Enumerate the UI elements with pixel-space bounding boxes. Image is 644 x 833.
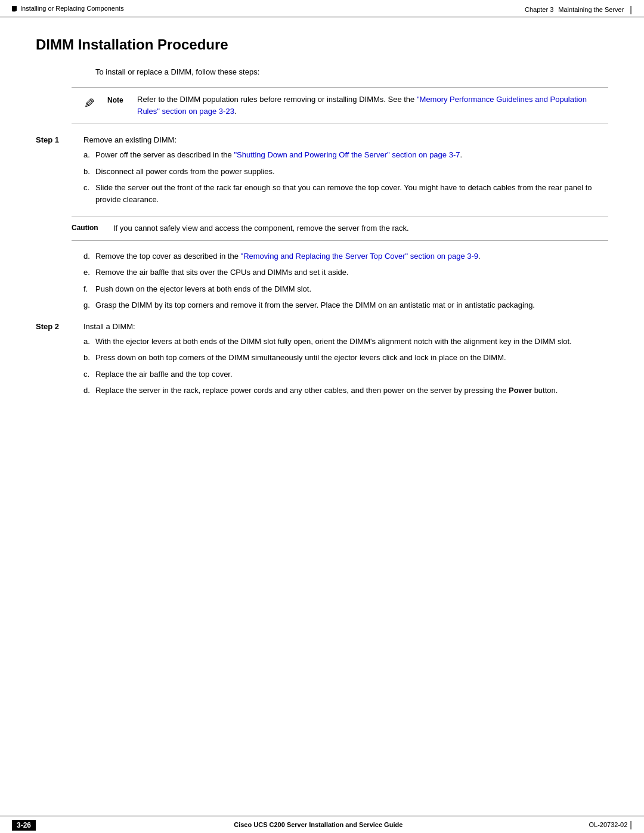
step2b: b. Press down on both top corners of the… bbox=[83, 352, 608, 364]
step1-block: Step 1 Remove an existing DIMM: a. Power… bbox=[36, 135, 608, 205]
header-section-label: ■ Installing or Replacing Components bbox=[12, 5, 124, 12]
step1a-content: Power off the server as described in the… bbox=[95, 149, 608, 161]
step2-block: Step 2 Install a DIMM: a. With the eject… bbox=[36, 322, 608, 397]
footer-page-number-box: 3-26 bbox=[12, 820, 48, 829]
header-square-icon: ■ bbox=[12, 6, 17, 11]
note-box: ✎ Note Refer to the DIMM population rule… bbox=[72, 87, 608, 123]
step1-substeps: a. Power off the server as described in … bbox=[83, 149, 608, 205]
step2d-label: d. bbox=[83, 385, 95, 397]
note-label: Note bbox=[107, 94, 137, 104]
step1a-label: a. bbox=[83, 149, 95, 161]
caution-label: Caution bbox=[72, 222, 113, 232]
step1e-label: e. bbox=[83, 267, 95, 278]
step1b-content: Disconnect all power cords from the powe… bbox=[95, 166, 608, 178]
step1c-label: c. bbox=[83, 182, 95, 194]
step1a: a. Power off the server as described in … bbox=[83, 149, 608, 161]
step2a: a. With the ejector levers at both ends … bbox=[83, 336, 608, 348]
step1b: b. Disconnect all power cords from the p… bbox=[83, 166, 608, 178]
step1g-content: Grasp the DIMM by its top corners and re… bbox=[95, 299, 608, 311]
page-title: DIMM Installation Procedure bbox=[36, 36, 608, 53]
note-icon-column: ✎ bbox=[72, 94, 107, 112]
main-content: DIMM Installation Procedure To install o… bbox=[0, 18, 644, 455]
step2c: c. Replace the air baffle and the top co… bbox=[83, 368, 608, 380]
step1d-link[interactable]: "Removing and Replacing the Server Top C… bbox=[241, 252, 479, 261]
pencil-icon: ✎ bbox=[84, 96, 95, 112]
step2-header: Step 2 Install a DIMM: bbox=[36, 322, 608, 331]
note-content: Refer to the DIMM population rules befor… bbox=[137, 94, 608, 117]
step1f: f. Push down on the ejector levers at bo… bbox=[83, 283, 608, 295]
step2a-label: a. bbox=[83, 336, 95, 348]
step1-header: Step 1 Remove an existing DIMM: bbox=[36, 135, 608, 144]
step2b-label: b. bbox=[83, 352, 95, 364]
step1a-link[interactable]: "Shutting Down and Powering Off the Serv… bbox=[234, 150, 460, 159]
page-number: 3-26 bbox=[12, 820, 36, 831]
footer-center-text: Cisco UCS C200 Server Installation and S… bbox=[48, 821, 589, 828]
step1-description: Remove an existing DIMM: bbox=[83, 135, 177, 144]
header-chapter-info: Chapter 3 Maintaining the Server | bbox=[525, 5, 632, 14]
page-header: ■ Installing or Replacing Components Cha… bbox=[0, 0, 644, 17]
step1d-content: Remove the top cover as described in the… bbox=[95, 250, 608, 262]
step1d-label: d. bbox=[83, 250, 95, 262]
caution-content: If you cannot safely view and access the… bbox=[113, 222, 608, 234]
step1f-content: Push down on the ejector levers at both … bbox=[95, 283, 608, 295]
step1-continued-substeps: d. Remove the top cover as described in … bbox=[83, 250, 608, 311]
step1c: c. Slide the server out the front of the… bbox=[83, 182, 608, 205]
step2-label: Step 2 bbox=[36, 322, 83, 331]
page-footer: 3-26 Cisco UCS C200 Server Installation … bbox=[0, 816, 644, 833]
step2d: d. Replace the server in the rack, repla… bbox=[83, 385, 608, 397]
step2-substeps: a. With the ejector levers at both ends … bbox=[83, 336, 608, 397]
step2a-content: With the ejector levers at both ends of … bbox=[95, 336, 608, 348]
step1f-label: f. bbox=[83, 283, 95, 295]
step1d: d. Remove the top cover as described in … bbox=[83, 250, 608, 262]
intro-paragraph: To install or replace a DIMM, follow the… bbox=[95, 67, 608, 76]
step2b-content: Press down on both top corners of the DI… bbox=[95, 352, 608, 364]
footer-right-text: OL-20732-02 | bbox=[589, 820, 632, 829]
step1g: g. Grasp the DIMM by its top corners and… bbox=[83, 299, 608, 311]
step1e: e. Remove the air baffle that sits over … bbox=[83, 267, 608, 278]
step1-label: Step 1 bbox=[36, 135, 83, 144]
step1e-content: Remove the air baffle that sits over the… bbox=[95, 267, 608, 278]
step2c-content: Replace the air baffle and the top cover… bbox=[95, 368, 608, 380]
step1g-label: g. bbox=[83, 299, 95, 311]
step2d-content: Replace the server in the rack, replace … bbox=[95, 385, 608, 397]
step2c-label: c. bbox=[83, 368, 95, 380]
step2-description: Install a DIMM: bbox=[83, 322, 135, 331]
step1c-content: Slide the server out the front of the ra… bbox=[95, 182, 608, 205]
caution-box: Caution If you cannot safely view and ac… bbox=[72, 216, 608, 241]
step1b-label: b. bbox=[83, 166, 95, 178]
